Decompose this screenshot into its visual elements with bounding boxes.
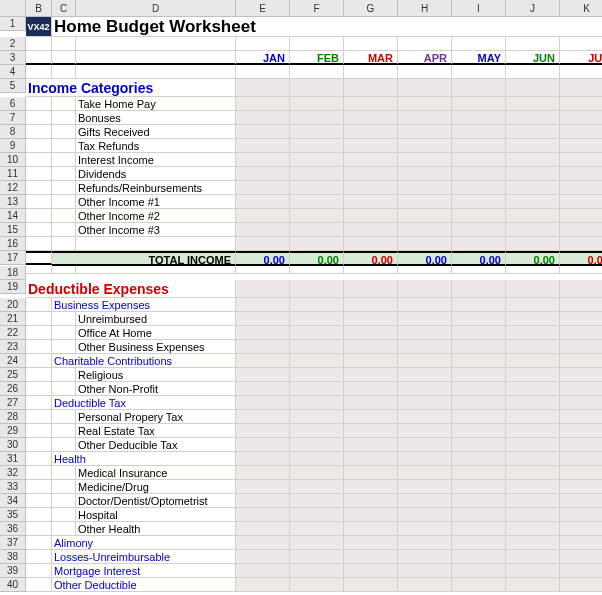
expense-item[interactable]: Unreimbursed bbox=[76, 312, 236, 326]
value-cell[interactable] bbox=[344, 139, 398, 153]
income-item[interactable]: Bonuses bbox=[76, 111, 236, 125]
cell[interactable] bbox=[26, 396, 52, 410]
value-cell[interactable] bbox=[236, 312, 290, 326]
expense-item[interactable]: Religious bbox=[76, 368, 236, 382]
value-cell[interactable] bbox=[398, 111, 452, 125]
cell[interactable] bbox=[52, 97, 76, 111]
value-cell[interactable] bbox=[398, 312, 452, 326]
cell[interactable] bbox=[26, 298, 52, 312]
col-header[interactable]: B bbox=[26, 0, 52, 17]
cell[interactable] bbox=[26, 312, 52, 326]
value-cell[interactable] bbox=[290, 494, 344, 508]
cell[interactable] bbox=[26, 368, 52, 382]
value-cell[interactable] bbox=[290, 312, 344, 326]
cell[interactable] bbox=[506, 550, 560, 564]
cell[interactable] bbox=[236, 79, 290, 97]
month-header[interactable]: JUN bbox=[506, 51, 560, 65]
expense-item[interactable]: Personal Propery Tax bbox=[76, 410, 236, 424]
value-cell[interactable] bbox=[398, 424, 452, 438]
value-cell[interactable] bbox=[344, 111, 398, 125]
value-cell[interactable] bbox=[452, 522, 506, 536]
cell[interactable] bbox=[26, 508, 52, 522]
row-header[interactable]: 39 bbox=[0, 564, 26, 578]
cell[interactable] bbox=[26, 97, 52, 111]
value-cell[interactable] bbox=[560, 494, 602, 508]
value-cell[interactable] bbox=[398, 480, 452, 494]
value-cell[interactable] bbox=[290, 139, 344, 153]
cell[interactable] bbox=[52, 195, 76, 209]
total-income-value[interactable]: 0.00 bbox=[398, 251, 452, 266]
expense-item[interactable]: Other Deducible Tax bbox=[76, 438, 236, 452]
value-cell[interactable] bbox=[506, 195, 560, 209]
row-header[interactable]: 32 bbox=[0, 466, 26, 480]
cell[interactable] bbox=[560, 79, 602, 97]
cell[interactable] bbox=[236, 550, 290, 564]
cell[interactable] bbox=[560, 550, 602, 564]
cell[interactable] bbox=[290, 452, 344, 466]
cell[interactable] bbox=[52, 312, 76, 326]
value-cell[interactable] bbox=[560, 153, 602, 167]
value-cell[interactable] bbox=[398, 340, 452, 354]
value-cell[interactable] bbox=[452, 438, 506, 452]
value-cell[interactable] bbox=[452, 508, 506, 522]
row-header[interactable]: 7 bbox=[0, 111, 26, 125]
cell[interactable] bbox=[52, 266, 76, 274]
cell[interactable] bbox=[452, 536, 506, 550]
cell[interactable] bbox=[52, 340, 76, 354]
cell[interactable] bbox=[52, 480, 76, 494]
row-header[interactable]: 16 bbox=[0, 237, 26, 251]
cell[interactable] bbox=[344, 452, 398, 466]
cell[interactable] bbox=[26, 550, 52, 564]
value-cell[interactable] bbox=[398, 494, 452, 508]
value-cell[interactable] bbox=[452, 223, 506, 237]
row-header[interactable]: 22 bbox=[0, 326, 26, 340]
cell[interactable] bbox=[52, 65, 76, 79]
row-header[interactable]: 1 bbox=[0, 17, 26, 31]
value-cell[interactable] bbox=[344, 522, 398, 536]
cell[interactable] bbox=[560, 65, 602, 79]
cell[interactable] bbox=[26, 237, 52, 251]
value-cell[interactable] bbox=[452, 181, 506, 195]
cell[interactable] bbox=[398, 237, 452, 251]
total-income-value[interactable]: 0.00 bbox=[506, 251, 560, 266]
value-cell[interactable] bbox=[560, 167, 602, 181]
value-cell[interactable] bbox=[236, 522, 290, 536]
income-item[interactable]: Tax Refunds bbox=[76, 139, 236, 153]
value-cell[interactable] bbox=[452, 368, 506, 382]
value-cell[interactable] bbox=[452, 480, 506, 494]
value-cell[interactable] bbox=[506, 125, 560, 139]
cell[interactable] bbox=[236, 280, 290, 298]
expense-item[interactable]: Office At Home bbox=[76, 326, 236, 340]
value-cell[interactable] bbox=[344, 340, 398, 354]
value-cell[interactable] bbox=[452, 167, 506, 181]
row-header[interactable]: 30 bbox=[0, 438, 26, 452]
cell[interactable] bbox=[52, 223, 76, 237]
expense-group[interactable]: Charitable Contributions bbox=[52, 354, 236, 368]
cell[interactable] bbox=[506, 65, 560, 79]
cell[interactable] bbox=[26, 424, 52, 438]
cell[interactable] bbox=[452, 578, 506, 592]
value-cell[interactable] bbox=[398, 125, 452, 139]
cell[interactable] bbox=[560, 396, 602, 410]
value-cell[interactable] bbox=[236, 111, 290, 125]
cell[interactable] bbox=[26, 181, 52, 195]
cell[interactable] bbox=[290, 65, 344, 79]
expense-item[interactable]: Hospital bbox=[76, 508, 236, 522]
value-cell[interactable] bbox=[506, 181, 560, 195]
value-cell[interactable] bbox=[452, 139, 506, 153]
cell[interactable] bbox=[52, 424, 76, 438]
value-cell[interactable] bbox=[344, 97, 398, 111]
row-header[interactable]: 23 bbox=[0, 340, 26, 354]
income-item[interactable]: Gifts Received bbox=[76, 125, 236, 139]
cell[interactable] bbox=[398, 65, 452, 79]
value-cell[interactable] bbox=[398, 195, 452, 209]
value-cell[interactable] bbox=[290, 181, 344, 195]
cell[interactable] bbox=[452, 396, 506, 410]
value-cell[interactable] bbox=[398, 382, 452, 396]
cell[interactable] bbox=[452, 79, 506, 97]
value-cell[interactable] bbox=[344, 438, 398, 452]
value-cell[interactable] bbox=[560, 195, 602, 209]
value-cell[interactable] bbox=[290, 522, 344, 536]
value-cell[interactable] bbox=[398, 223, 452, 237]
value-cell[interactable] bbox=[344, 382, 398, 396]
